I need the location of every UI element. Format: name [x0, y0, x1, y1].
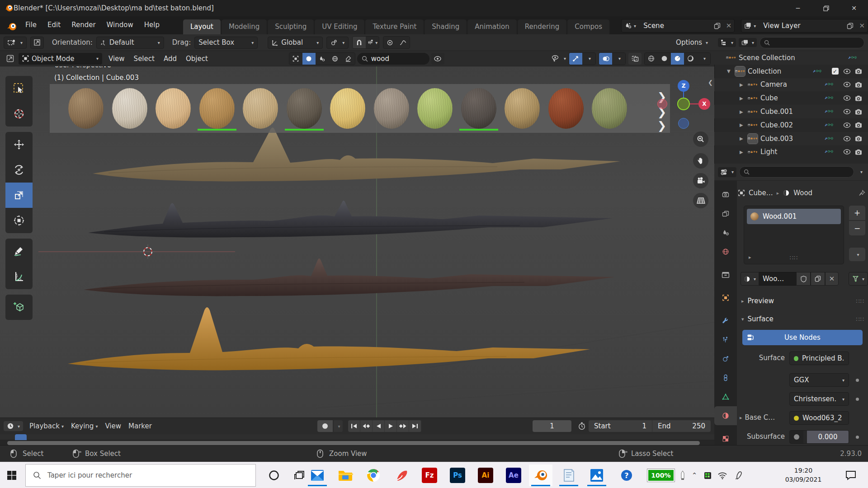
disable-in-renders-icon[interactable]	[853, 95, 864, 101]
object-badge[interactable]	[813, 68, 822, 75]
disable-in-renders-icon[interactable]	[853, 149, 864, 155]
properties-tab[interactable]	[714, 349, 737, 368]
object-badge[interactable]	[825, 148, 834, 155]
view-layer-name[interactable]: View Layer	[759, 22, 844, 30]
viewport-3d[interactable]: User Perspective (1) Collection | Cube.0…	[0, 51, 714, 418]
gizmos-dropdown[interactable]: ▾	[582, 53, 595, 65]
breadcrumb-material[interactable]: Wood	[793, 189, 812, 197]
shading-dropdown[interactable]: ▾	[697, 53, 710, 65]
material-preview-cell[interactable]	[370, 84, 414, 133]
expander-icon[interactable]: ▼	[727, 69, 735, 74]
distribution-dropdown[interactable]: GGX ▾	[789, 373, 849, 387]
window-minimize-button[interactable]: ─	[784, 0, 812, 16]
material-preview-sphere[interactable]	[243, 88, 278, 129]
timeline-menu-item[interactable]: Marker	[125, 420, 156, 432]
options-dropdown[interactable]: Options▾	[676, 38, 711, 47]
filter-viewport-display-icon[interactable]	[302, 53, 316, 65]
gizmo-x-neg-axis[interactable]	[657, 99, 667, 109]
taskbar-app-tile[interactable]: Ps	[446, 465, 469, 486]
properties-tab[interactable]	[714, 406, 737, 425]
material-link-dropdown[interactable]: ▾	[849, 272, 868, 286]
play-reverse-button[interactable]	[373, 420, 385, 432]
disable-in-renders-icon[interactable]	[853, 122, 864, 128]
material-preview-sphere[interactable]	[68, 88, 104, 129]
material-preview-sphere[interactable]	[112, 88, 147, 129]
shading-material-preview-icon[interactable]	[671, 53, 684, 65]
gizmo-y-axis[interactable]	[677, 98, 690, 110]
taskbar-blender-active[interactable]	[529, 465, 552, 486]
taskbar-notepad[interactable]	[557, 465, 580, 486]
tray-battery-indicator[interactable]: 100%	[647, 469, 675, 482]
timeline-scrollbar-handle[interactable]	[7, 441, 700, 445]
preview-panel-grip[interactable]: ∷∷	[856, 298, 864, 305]
pin-icon[interactable]	[859, 190, 865, 197]
surface-panel-grip[interactable]: ∷∷	[856, 316, 864, 323]
workspace-tab[interactable]: Layout	[183, 19, 221, 34]
tool-fallback-icon[interactable]	[30, 37, 44, 49]
camera-view-button[interactable]	[693, 173, 708, 188]
branch-object-2[interactable]	[88, 201, 613, 238]
object-type-icon[interactable]	[748, 107, 758, 117]
use-nodes-button[interactable]: Use Nodes	[742, 330, 863, 345]
object-name[interactable]: Cube.003	[760, 135, 825, 143]
material-preview-sphere[interactable]	[374, 88, 409, 129]
material-preview-sphere[interactable]	[417, 88, 453, 129]
material-slot-selected[interactable]: Wood.001	[747, 209, 841, 224]
outliner-filter-dropdown[interactable]: ▾	[739, 38, 757, 47]
workspace-tab[interactable]: Modeling	[222, 19, 267, 34]
current-frame-field[interactable]: 1	[533, 420, 571, 432]
properties-search-input[interactable]	[739, 166, 854, 178]
material-preview-cell[interactable]	[588, 84, 632, 133]
workspace-tab[interactable]: Rendering	[518, 19, 567, 34]
taskbar-search-box[interactable]: Taper ici pour rechercher	[25, 464, 256, 487]
tool-measure[interactable]	[5, 264, 33, 289]
animate-dot[interactable]	[856, 398, 859, 401]
filter-fluid-icon[interactable]	[316, 53, 329, 65]
show-gizmos-toggle[interactable]	[569, 53, 582, 65]
timeline-editor-type-dropdown[interactable]: ▾	[4, 421, 23, 431]
object-type-icon[interactable]	[726, 53, 736, 63]
workspace-tab[interactable]: Animation	[467, 19, 516, 34]
material-preview-cell[interactable]	[544, 84, 588, 133]
material-preview-sphere[interactable]	[199, 88, 235, 129]
object-type-icon[interactable]	[748, 80, 758, 89]
topbar-menu-item[interactable]: Render	[66, 17, 101, 33]
zoom-view-button[interactable]	[693, 131, 708, 147]
material-name-field[interactable]: Woo…	[759, 272, 796, 286]
timeline-menu-item[interactable]: Playback▾	[26, 420, 67, 432]
tool-scale[interactable]	[5, 183, 33, 208]
shading-wireframe-icon[interactable]	[645, 53, 658, 65]
filter-world-icon[interactable]	[329, 53, 342, 65]
timeline-menu-item[interactable]: Keying▾	[67, 420, 101, 432]
properties-tab[interactable]	[714, 223, 737, 242]
gizmo-z-axis[interactable]: Z	[678, 80, 689, 92]
outliner-row[interactable]: Scene Collection	[714, 51, 868, 65]
add-slot-button[interactable]: +	[849, 206, 865, 220]
object-name[interactable]: Cube	[760, 94, 825, 102]
material-preview-cell[interactable]	[64, 84, 108, 133]
pan-view-button[interactable]	[693, 153, 708, 169]
topbar-menu-item[interactable]: Help	[139, 17, 165, 33]
expander-icon[interactable]: ▶	[740, 150, 748, 155]
topbar-menu-item[interactable]: Window	[101, 17, 139, 33]
properties-tab[interactable]	[714, 185, 737, 204]
object-type-icon[interactable]	[735, 66, 745, 76]
outliner-search-input[interactable]	[760, 37, 864, 48]
outliner-row[interactable]: ▶ Cube.001	[714, 105, 868, 118]
gizmo-z-neg-axis[interactable]	[678, 118, 689, 129]
properties-tab[interactable]	[714, 311, 737, 330]
workspace-tab[interactable]: Sculpting	[268, 19, 314, 34]
tool-annotate[interactable]	[5, 239, 33, 264]
material-preview-sphere[interactable]	[330, 88, 365, 129]
view-layer-browse-icon[interactable]: ▾	[741, 22, 759, 29]
branch-object-3[interactable]	[84, 258, 615, 296]
material-preview-cell[interactable]	[457, 84, 501, 133]
stopwatch-icon[interactable]	[578, 422, 586, 430]
outliner-row[interactable]: ▶ Cube.003	[714, 132, 868, 145]
disable-in-renders-icon[interactable]	[853, 68, 864, 74]
hide-in-viewport-icon[interactable]	[841, 82, 853, 87]
snap-target-dropdown[interactable]: ▾	[366, 37, 379, 48]
expander-icon[interactable]: ▶	[740, 136, 748, 141]
view-layer-selector[interactable]: ▾ View Layer ✕	[741, 19, 868, 33]
next-keyframe-button[interactable]	[397, 420, 409, 432]
